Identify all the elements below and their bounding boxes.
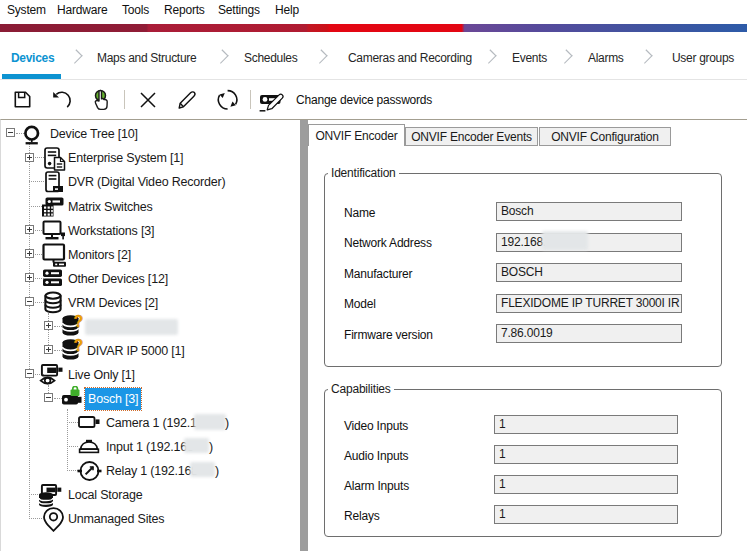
svg-text:?: ?	[74, 314, 84, 330]
svg-text:?: ?	[74, 338, 84, 354]
